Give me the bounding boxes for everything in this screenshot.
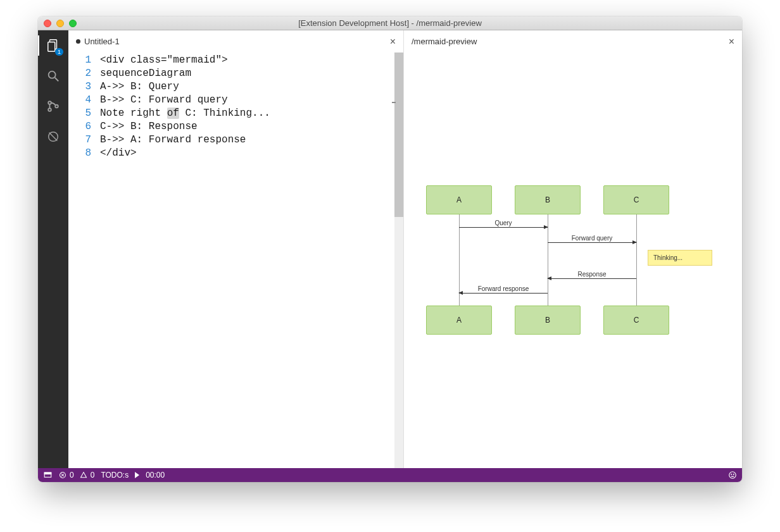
svg-point-16 bbox=[733, 474, 734, 474]
warning-icon bbox=[79, 471, 88, 479]
svg-rect-10 bbox=[44, 473, 51, 474]
note-box: Thinking... bbox=[648, 250, 712, 266]
overview-ruler-mark bbox=[392, 102, 396, 103]
workbench: 1 Un bbox=[38, 30, 742, 468]
actor-box: A bbox=[426, 185, 492, 214]
actor-box: C bbox=[603, 306, 669, 335]
svg-point-2 bbox=[49, 71, 56, 78]
play-button[interactable] bbox=[135, 472, 139, 478]
gutter: 1 2 3 4 5 6 7 8 bbox=[68, 53, 100, 468]
titlebar[interactable]: [Extension Development Host] - /mermaid-… bbox=[38, 16, 742, 30]
svg-rect-1 bbox=[48, 42, 55, 52]
editor-pane: Untitled-1 × 1 2 3 4 5 6 7 8 <div class=… bbox=[68, 30, 404, 468]
code-content[interactable]: <div class="mermaid"> sequenceDiagram A-… bbox=[100, 53, 394, 468]
editor-scrollbar[interactable] bbox=[394, 53, 403, 468]
message-arrow: Response bbox=[548, 278, 636, 279]
mermaid-preview: A B C Query Forward query bbox=[404, 53, 742, 468]
actor-box: A bbox=[426, 306, 492, 335]
debug-icon[interactable] bbox=[44, 128, 62, 145]
preview-tab[interactable]: /mermaid-preview × bbox=[404, 30, 742, 53]
svg-point-6 bbox=[55, 105, 58, 108]
feedback-button[interactable] bbox=[728, 471, 737, 479]
close-window-button[interactable] bbox=[44, 20, 51, 27]
line-number: 4 bbox=[68, 94, 91, 107]
svg-line-3 bbox=[55, 78, 59, 82]
editor-tab-label: Untitled-1 bbox=[84, 37, 120, 46]
svg-line-8 bbox=[49, 133, 58, 141]
smiley-icon bbox=[728, 471, 737, 479]
activity-bar: 1 bbox=[38, 30, 68, 468]
actor-box: B bbox=[515, 306, 581, 335]
warning-count: 0 bbox=[91, 471, 95, 479]
svg-point-5 bbox=[48, 108, 51, 111]
sequence-diagram: A B C Query Forward query bbox=[420, 185, 730, 343]
status-bar: 0 0 TODO:s 00:00 bbox=[38, 468, 742, 482]
play-icon bbox=[135, 472, 139, 478]
selection: of bbox=[167, 108, 179, 119]
line-number: 1 bbox=[68, 54, 91, 67]
message-arrow: Forward query bbox=[548, 242, 636, 243]
timer[interactable]: 00:00 bbox=[146, 471, 165, 479]
explorer-badge: 1 bbox=[55, 48, 63, 56]
source-control-icon[interactable] bbox=[44, 97, 62, 115]
window-title: [Extension Development Host] - /mermaid-… bbox=[38, 18, 742, 28]
message-label: Query bbox=[459, 220, 548, 226]
explorer-icon[interactable]: 1 bbox=[44, 37, 62, 54]
svg-point-15 bbox=[731, 474, 732, 474]
line-number: 3 bbox=[68, 80, 91, 94]
line-number: 5 bbox=[68, 107, 91, 120]
message-arrow: Forward response bbox=[459, 293, 548, 294]
scrollbar-thumb[interactable] bbox=[394, 53, 403, 217]
minimize-window-button[interactable] bbox=[56, 20, 64, 27]
actor-box: B bbox=[515, 185, 581, 214]
message-label: Response bbox=[548, 271, 636, 278]
text-editor[interactable]: 1 2 3 4 5 6 7 8 <div class="mermaid"> se… bbox=[68, 53, 403, 468]
note-text: Thinking... bbox=[653, 254, 682, 261]
line-number: 7 bbox=[68, 133, 91, 147]
close-tab-button[interactable]: × bbox=[390, 37, 396, 47]
traffic-lights bbox=[38, 20, 77, 27]
timer-value: 00:00 bbox=[146, 471, 165, 479]
line-number: 6 bbox=[68, 120, 91, 133]
remote-indicator[interactable] bbox=[43, 471, 52, 479]
zoom-window-button[interactable] bbox=[69, 20, 77, 27]
svg-point-4 bbox=[48, 101, 51, 104]
message-label: Forward response bbox=[459, 285, 548, 292]
message-label: Forward query bbox=[548, 235, 636, 242]
todo-label: TODO:s bbox=[101, 471, 129, 479]
editor-tab[interactable]: Untitled-1 × bbox=[68, 30, 403, 53]
actor-box: C bbox=[603, 185, 669, 214]
error-icon bbox=[58, 471, 67, 479]
editor-area: Untitled-1 × 1 2 3 4 5 6 7 8 <div class=… bbox=[68, 30, 742, 468]
svg-point-14 bbox=[729, 472, 736, 479]
search-icon[interactable] bbox=[44, 67, 62, 85]
dirty-indicator-icon bbox=[76, 39, 80, 44]
message-arrow: Query bbox=[459, 227, 548, 228]
preview-tab-label: /mermaid-preview bbox=[412, 37, 477, 46]
problems-indicator[interactable]: 0 0 bbox=[58, 471, 94, 479]
close-tab-button[interactable]: × bbox=[729, 37, 734, 47]
line-number: 2 bbox=[68, 67, 91, 80]
line-number: 8 bbox=[68, 147, 91, 160]
todo-indicator[interactable]: TODO:s bbox=[101, 471, 129, 479]
window-icon bbox=[43, 471, 52, 479]
app-window: [Extension Development Host] - /mermaid-… bbox=[38, 16, 742, 482]
error-count: 0 bbox=[70, 471, 74, 479]
preview-pane: /mermaid-preview × A B C bbox=[404, 30, 742, 468]
